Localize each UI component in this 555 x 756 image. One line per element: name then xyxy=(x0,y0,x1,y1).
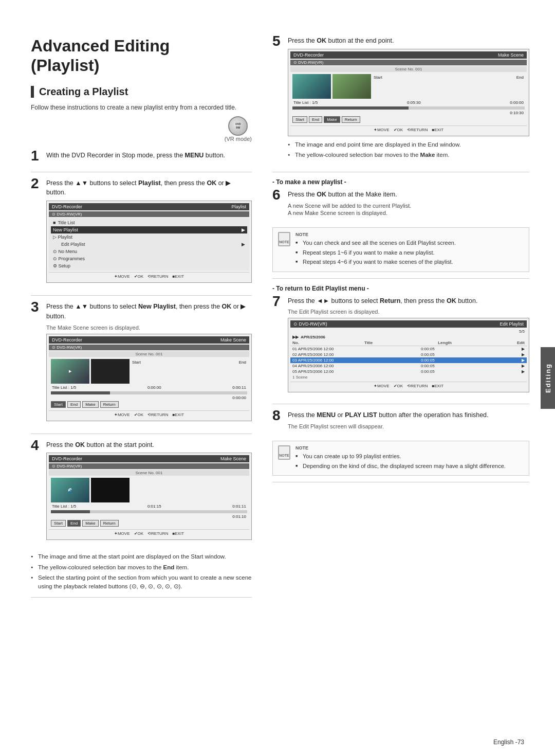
ms2-progress xyxy=(51,510,247,513)
note2-item-2: Depending on the kind of disc, the displ… xyxy=(295,462,525,471)
dvd-badge: DVDRW xyxy=(228,116,248,136)
divider-6 xyxy=(272,278,529,279)
menu-item-setup: ⚙ Setup xyxy=(51,262,247,269)
note-content-1: NOTE You can check and see all the scene… xyxy=(295,232,525,267)
step-5-bullets: The image and end point time are display… xyxy=(288,140,529,160)
step-3-text: Press the ▲▼ buttons to select New Playl… xyxy=(46,302,252,321)
note-label-2: NOTE xyxy=(295,445,525,451)
divider-5 xyxy=(272,172,529,172)
divider-7 xyxy=(272,404,529,404)
step-8-num: 8 xyxy=(272,408,288,423)
divider-1 xyxy=(31,172,252,172)
step-5-num: 5 xyxy=(272,34,288,48)
step5-bullet-1: The image and end point time are display… xyxy=(288,140,529,149)
left-column: Advanced Editing (Playlist) Creating a P… xyxy=(31,36,267,720)
note-box-1: NOTE NOTE You can check and see all the … xyxy=(272,227,529,272)
ms1-nav: ✦MOVE ✔OK ⟲RETURN ■EXIT xyxy=(49,410,249,419)
side-tab: Editing xyxy=(541,347,555,409)
bullet-3: Select the starting point of the section… xyxy=(31,573,252,591)
ep-count: 5/5 xyxy=(290,329,527,334)
make-scene-screen-1: DVD-Recorder Make Scene ⊙ DVD-RW(VR) Sce… xyxy=(46,334,252,421)
note-icon-2: NOTE xyxy=(277,445,291,460)
step-6-text: Press the OK button at the Make item. xyxy=(288,190,529,200)
step-3-num: 3 xyxy=(31,300,46,314)
menu-item-editplaylist: Edit Playlist ▶ xyxy=(51,241,247,248)
footer-text: English -73 xyxy=(493,739,524,746)
note-label-1: NOTE xyxy=(295,232,525,237)
page-title: Advanced Editing (Playlist) xyxy=(31,36,252,76)
menu-item-programmes: ⊙ Programmes xyxy=(51,255,247,262)
bullet-1: The image and time at the start point ar… xyxy=(31,552,252,561)
ms1-progress xyxy=(51,391,247,394)
ep-header: ⊙ DVD-RW(VR) Edit Playlist xyxy=(290,320,527,328)
to-make-playlist-heading: - To make a new playlist - xyxy=(272,178,529,186)
ep-row-5: 05 APR/25/2006 12:00 0:00:05 ▶ xyxy=(290,369,527,374)
menu-item-newplaylist: New Playlist ▶ xyxy=(51,226,247,233)
ms2-header: DVD-Recorder Make Scene xyxy=(49,455,249,462)
step5-bullet-2: The yellow-coloured selection bar moves … xyxy=(288,151,529,159)
step-1-num: 1 xyxy=(31,149,46,163)
right-column: 5 Press the OK button at the end point. … xyxy=(267,36,529,720)
step-8: 8 Press the MENU or PLAY LIST button aft… xyxy=(272,410,529,433)
step-4-num: 4 xyxy=(31,438,46,453)
divider-4 xyxy=(31,597,252,598)
step-4-text: Press the OK button at the start point. xyxy=(46,440,252,450)
main-content: Advanced Editing (Playlist) Creating a P… xyxy=(0,21,555,735)
screen-header: DVD-Recorder Playlist xyxy=(49,203,249,210)
vr-mode-text: (VR mode) xyxy=(225,136,252,142)
page-footer: English -73 xyxy=(493,739,524,746)
make-scene-screen-3: DVD-Recorder Make Scene ⊙ DVD-RW(VR) Sce… xyxy=(288,49,529,136)
note2-item-1: You can create up to 99 playlist entries… xyxy=(295,452,525,461)
divider-2 xyxy=(31,295,252,296)
step-7: 7 Press the ◄► buttons to select Return,… xyxy=(272,296,529,396)
step-7-content: Press the ◄► buttons to select Return, t… xyxy=(288,296,529,396)
step-5-content: Press the OK button at the end point. DV… xyxy=(288,36,529,164)
step-3-subtext: The Make Scene screen is displayed. xyxy=(46,325,252,331)
step-6-content: Press the OK button at the Make item. A … xyxy=(288,190,529,219)
divider-8 xyxy=(272,482,529,482)
ms3-buttons: Start End Make Return xyxy=(290,115,527,124)
ms2-scene-no: Scene No. 001 xyxy=(49,470,249,476)
note1-item-1: You can check and see all the scenes on … xyxy=(295,239,525,247)
ep-row-3: 03 APR/25/2006 12:00 0:00:05 ▶ xyxy=(290,357,527,363)
ms1-header: DVD-Recorder Make Scene xyxy=(49,336,249,344)
ms1-buttons: Start End Make Return xyxy=(49,400,249,409)
step-8-text: Press the MENU or PLAY LIST button after… xyxy=(288,410,529,420)
note-box-2: NOTE NOTE You can create up to 99 playli… xyxy=(272,441,529,476)
ep-row-1: 01 APR/25/2006 12:00 0:00:05 ▶ xyxy=(290,346,527,352)
step-6-sub2: A new Make Scene screen is displayed. xyxy=(288,210,529,216)
edit-playlist-screen: ⊙ DVD-RW(VR) Edit Playlist 5/5 ▶▶ APR/25… xyxy=(288,318,529,392)
step-1-text: With the DVD Recorder in Stop mode, pres… xyxy=(46,151,252,160)
note-content-2: NOTE You can create up to 99 playlist en… xyxy=(295,445,525,471)
step-2-num: 2 xyxy=(31,176,46,191)
ep-scene-count: 1 Scene xyxy=(290,374,527,380)
ep-row-4: 04 APR/25/2006 12:00 0:00:05 ▶ xyxy=(290,363,527,369)
step-7-text: Press the ◄► buttons to select Return, t… xyxy=(288,296,529,306)
ms3-header: DVD-Recorder Make Scene xyxy=(290,51,527,59)
step-7-num: 7 xyxy=(272,294,288,309)
step-6: 6 Press the OK button at the Make item. … xyxy=(272,190,529,219)
note-text-1: You can check and see all the scenes on … xyxy=(295,239,525,266)
menu-item-nomenu: ⊙ No Menu xyxy=(51,248,247,255)
step-1: 1 With the DVD Recorder in Stop mode, pr… xyxy=(31,151,252,164)
ms3-sub: ⊙ DVD-RW(VR) xyxy=(290,60,527,65)
ms3-nav: ✦MOVE ✔OK ⟲RETURN ■EXIT xyxy=(290,125,527,134)
step-2-text: Press the ▲▼ buttons to select Playlist,… xyxy=(46,178,252,198)
page-container: Editing Advanced Editing (Playlist) Crea… xyxy=(0,0,555,756)
ms3-progress xyxy=(292,106,525,110)
make-scene-screen-2: DVD-Recorder Make Scene ⊙ DVD-RW(VR) Sce… xyxy=(46,453,252,540)
step-4-content: Press the OK button at the start point. … xyxy=(46,440,252,545)
step-2-content: Press the ▲▼ buttons to select Playlist,… xyxy=(46,178,252,287)
ms1-scene-no: Scene No. 001 xyxy=(49,351,249,357)
dvd-badge-container: DVDRW (VR mode) xyxy=(31,116,252,148)
step-4-bullets: The image and time at the start point ar… xyxy=(31,552,252,591)
note-text-2: You can create up to 99 playlist entries… xyxy=(295,452,525,470)
divider-3 xyxy=(31,434,252,434)
ms1-sub: ⊙ DVD-RW(VR) xyxy=(49,345,249,350)
step-7-sub: The Edit Playlist screen is displayed. xyxy=(288,309,529,315)
note-icon-1: NOTE xyxy=(277,232,291,246)
step-3: 3 Press the ▲▼ buttons to select New Pla… xyxy=(31,302,252,425)
to-return-heading: - To return to Edit Playlist menu - xyxy=(272,285,529,292)
note1-item-3: Repeat steps 4~6 if you want to make sce… xyxy=(295,258,525,266)
ms2-buttons: Start End Make Return xyxy=(49,519,249,528)
